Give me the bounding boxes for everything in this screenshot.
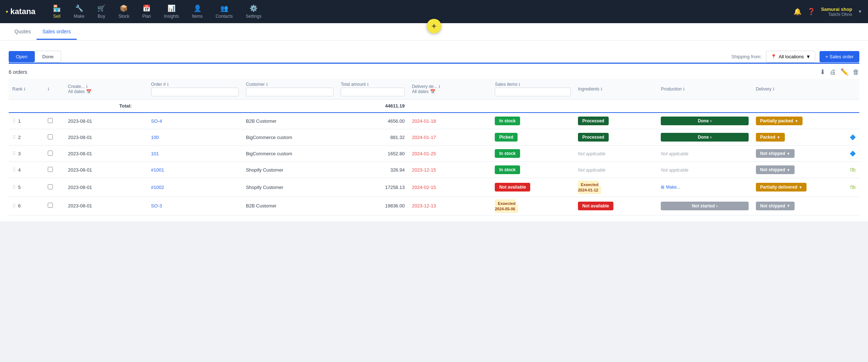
- make-link[interactable]: ⊞ Make...: [661, 185, 748, 190]
- nav-items[interactable]: 👤 Items: [186, 1, 208, 22]
- drag-handle[interactable]: ⠿: [12, 167, 16, 173]
- row-checkbox[interactable]: [48, 167, 53, 172]
- rank-num: 5: [18, 185, 21, 190]
- production-status[interactable]: Not started ›: [657, 197, 752, 215]
- delivery-status[interactable]: Not shipped ▼: [752, 197, 859, 215]
- nav-insights[interactable]: 📊 Insights: [158, 1, 185, 22]
- table-header-row: Rank ℹ ℹ Create... ℹ All dates 📅: [9, 79, 859, 100]
- rank-num: 4: [18, 167, 21, 173]
- delivery-status[interactable]: Partially delivered ▼🛍: [752, 178, 859, 197]
- delivery-status[interactable]: Not shipped ▼🔷: [752, 146, 859, 162]
- delivery-status[interactable]: Partially packed ▼: [752, 113, 859, 129]
- tab-quotes[interactable]: Quotes: [9, 24, 37, 40]
- nav-plan[interactable]: 📅 Plan: [136, 1, 157, 22]
- row-checkbox[interactable]: [48, 184, 53, 189]
- delete-button[interactable]: 🗑: [853, 68, 859, 76]
- open-filter-button[interactable]: Open: [9, 51, 35, 62]
- production-status[interactable]: Not applicable: [657, 146, 752, 162]
- detail-info-icon[interactable]: ℹ: [48, 87, 49, 91]
- logo[interactable]: ▪ katana: [6, 7, 35, 16]
- customer-filter-input[interactable]: [246, 88, 333, 96]
- order-number-link[interactable]: SO-3: [151, 203, 162, 209]
- total-label: Total:: [9, 100, 242, 113]
- tab-sales-orders[interactable]: Sales orders: [37, 24, 77, 40]
- ingredients-na: Not applicable: [578, 168, 605, 173]
- amount-filter-input[interactable]: [341, 88, 405, 96]
- download-button[interactable]: ⬇: [820, 68, 825, 76]
- production-status[interactable]: Done ›: [657, 129, 752, 146]
- sales-items-badge: Not available: [495, 183, 530, 191]
- drag-handle[interactable]: ⠿: [12, 151, 16, 156]
- print-button[interactable]: 🖨: [830, 68, 836, 76]
- order-info-icon[interactable]: ℹ: [167, 82, 169, 87]
- sales-items-expected: Expected2024-05-06: [495, 199, 518, 213]
- sales-items-status[interactable]: In stock: [491, 113, 574, 129]
- total-row: Total: 44611.19: [9, 100, 859, 113]
- sales-items-status[interactable]: Picked: [491, 129, 574, 146]
- settings-icon: ⚙️: [250, 4, 258, 12]
- col-created: Create... ℹ All dates 📅: [64, 79, 148, 100]
- new-sales-order-button[interactable]: + Sales order: [820, 51, 859, 62]
- row-checkbox[interactable]: [48, 203, 53, 208]
- sales-items-status[interactable]: In stock: [491, 162, 574, 178]
- ingredients-na: Not applicable: [578, 151, 605, 156]
- sales-items-filter-input[interactable]: [495, 88, 571, 96]
- created-info-icon[interactable]: ℹ: [86, 84, 88, 89]
- sales-items-status[interactable]: In stock: [491, 146, 574, 162]
- shop-info[interactable]: Samurai shop Taiichi Ohno: [821, 7, 852, 17]
- order-filter-input[interactable]: [151, 88, 239, 96]
- production-done-badge: Done ›: [661, 133, 748, 142]
- production-na: Not applicable: [661, 168, 688, 173]
- delivery-date-info-icon[interactable]: ℹ: [439, 84, 440, 89]
- shop-chevron-icon[interactable]: ▼: [858, 9, 862, 14]
- customer-name: BigCommerce custom: [242, 146, 337, 162]
- customer-info-icon[interactable]: ℹ: [266, 82, 268, 87]
- nav-stock[interactable]: 📦 Stock: [112, 1, 135, 22]
- nav-sell[interactable]: 🏪 Sell: [47, 1, 67, 22]
- bell-icon[interactable]: 🔔: [793, 8, 801, 16]
- created-calendar-icon[interactable]: 📅: [86, 89, 92, 94]
- order-number-link[interactable]: 101: [151, 151, 159, 156]
- sales-items-status[interactable]: Not available: [491, 178, 574, 197]
- production-status[interactable]: Not applicable: [657, 162, 752, 178]
- production-status[interactable]: ⊞ Make...: [657, 178, 752, 197]
- table-row: ⠿32023-08-01101BigCommerce custom1652.80…: [9, 146, 859, 162]
- row-checkbox[interactable]: [48, 151, 53, 156]
- total-amount: 1652.80: [337, 146, 408, 162]
- help-icon[interactable]: ❓: [807, 8, 815, 16]
- nav-make[interactable]: 🔧 Make: [68, 1, 90, 22]
- production-notstarted-badge: Not started ›: [661, 202, 748, 210]
- add-button[interactable]: +: [427, 19, 441, 33]
- drag-handle[interactable]: ⠿: [12, 134, 16, 140]
- nav-buy[interactable]: 🛒 Buy: [92, 1, 111, 22]
- amount-info-icon[interactable]: ℹ: [367, 82, 369, 87]
- ingredients-info-icon[interactable]: ℹ: [601, 87, 602, 92]
- drag-handle[interactable]: ⠿: [12, 184, 16, 190]
- table-row: ⠿42023-08-01#1001Shopify Customer326.942…: [9, 162, 859, 178]
- order-number-link[interactable]: SO-4: [151, 118, 162, 124]
- production-status[interactable]: Done ›: [657, 113, 752, 129]
- table-row: ⠿52023-08-01#1002Shopify Customer17258.1…: [9, 178, 859, 197]
- nav-settings[interactable]: ⚙️ Settings: [240, 1, 267, 22]
- row-checkbox[interactable]: [48, 118, 53, 123]
- order-number-link[interactable]: #1001: [151, 167, 164, 173]
- sell-icon: 🏪: [53, 4, 61, 12]
- delivery-date: 2024-01-25: [408, 146, 492, 162]
- nav-contacts[interactable]: 👥 Contacts: [210, 1, 238, 22]
- edit-button[interactable]: ✏️: [841, 68, 848, 76]
- delivery-status[interactable]: Not shipped ▼🛍: [752, 162, 859, 178]
- sales-items-info-icon[interactable]: ℹ: [519, 82, 520, 87]
- delivery-calendar-icon[interactable]: 📅: [430, 89, 435, 94]
- order-number-link[interactable]: #1002: [151, 185, 164, 190]
- production-info-icon[interactable]: ℹ: [683, 87, 685, 92]
- rank-info-icon[interactable]: ℹ: [24, 87, 25, 92]
- delivery-status[interactable]: Packed ▼🔷: [752, 129, 859, 146]
- done-filter-button[interactable]: Done: [35, 51, 61, 63]
- delivery-info-icon[interactable]: ℹ: [773, 87, 774, 92]
- row-checkbox[interactable]: [48, 134, 53, 139]
- sales-items-status[interactable]: Expected2024-05-06: [491, 197, 574, 215]
- drag-handle[interactable]: ⠿: [12, 118, 16, 124]
- location-selector[interactable]: 📍 All locations ▼: [766, 51, 815, 63]
- drag-handle[interactable]: ⠿: [12, 203, 16, 209]
- order-number-link[interactable]: 100: [151, 135, 159, 140]
